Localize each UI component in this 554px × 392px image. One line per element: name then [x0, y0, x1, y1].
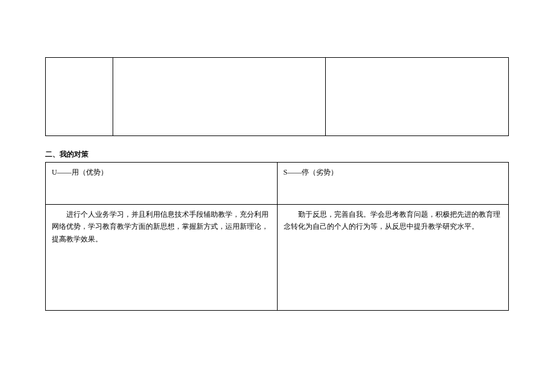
header-use-strengths: U——用（优势）: [46, 163, 278, 205]
table-row: U——用（优势） S——停（劣势）: [46, 163, 509, 205]
content-right-text: 勤于反思，完善自我。学会思考教育问题，积极把先进的教育理念转化为自己的个人的行为…: [284, 208, 503, 233]
content-use-strengths: 进行个人业务学习，并且利用信息技术手段辅助教学，充分利用网络优势，学习教育教学方…: [46, 205, 278, 311]
top-cell-1: [46, 58, 113, 136]
top-cell-3: [326, 58, 509, 136]
table-row: [46, 58, 509, 136]
content-left-text: 进行个人业务学习，并且利用信息技术手段辅助教学，充分利用网络优势，学习教育教学方…: [52, 208, 271, 245]
table-row: 进行个人业务学习，并且利用信息技术手段辅助教学，充分利用网络优势，学习教育教学方…: [46, 205, 509, 311]
header-stop-weaknesses: S——停（劣势）: [277, 163, 509, 205]
top-table: [45, 57, 509, 136]
strategy-table: U——用（优势） S——停（劣势） 进行个人业务学习，并且利用信息技术手段辅助教…: [45, 162, 509, 311]
section-title: 二、我的对策: [45, 149, 509, 160]
top-cell-2: [113, 58, 326, 136]
page-container: 二、我的对策 U——用（优势） S——停（劣势） 进行个人业务学习，并且利用信息…: [0, 0, 554, 335]
content-stop-weaknesses: 勤于反思，完善自我。学会思考教育问题，积极把先进的教育理念转化为自己的个人的行为…: [277, 205, 509, 311]
